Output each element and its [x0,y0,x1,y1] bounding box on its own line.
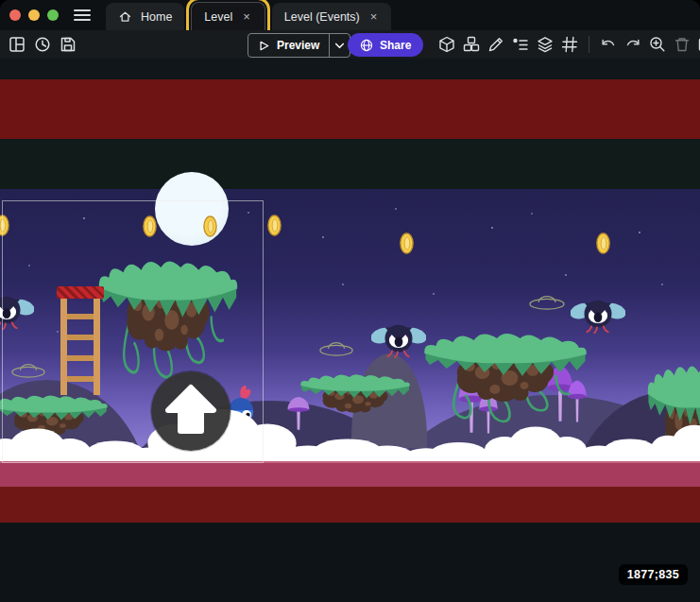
layout-panels-icon[interactable] [9,36,26,53]
play-icon [258,40,270,52]
save-icon[interactable] [60,36,77,53]
ufo-outline-decoration [528,293,566,310]
toolbar-divider [589,36,589,53]
cloud-decoration [650,421,700,465]
trash-icon[interactable] [674,36,691,53]
stars [0,59,2,60]
cloud-decoration [484,423,588,465]
scene-top-red-band [0,79,700,139]
tab-home[interactable]: Home [106,3,184,30]
tab-label: Home [141,10,172,24]
globe-icon [360,39,373,52]
ground-crimson-band [0,461,700,487]
share-label: Share [380,39,411,52]
canvas-bottom-black [0,523,700,602]
scene-editor-canvas: 1877;835 [0,59,700,602]
close-icon[interactable]: × [368,9,380,24]
menu-hamburger-icon[interactable] [74,9,91,21]
zoom-window-button[interactable] [47,9,59,21]
minimize-window-button[interactable] [28,9,40,21]
coin-object[interactable] [596,232,610,254]
home-icon [118,9,132,24]
floating-island-platform[interactable] [299,369,412,427]
ground-dark-red-band [0,487,700,523]
bat-enemy-object[interactable] [571,292,625,335]
layers-icon[interactable] [537,36,554,53]
redo-icon[interactable] [624,36,641,53]
object-cube-icon[interactable] [438,36,455,53]
history-icon[interactable] [34,36,51,53]
arrow-up-icon [151,371,230,451]
title-bar: Home Level × Level (Events) × [0,0,700,30]
grid-icon[interactable] [561,36,578,53]
tab-bar: Home Level × Level (Events) × [106,0,391,30]
tab-level-events[interactable]: Level (Events) × [272,3,392,30]
instances-list-icon[interactable] [512,36,529,53]
scene-dark-strip [0,139,700,189]
coin-object[interactable] [400,232,414,254]
zoom-in-icon[interactable] [649,36,666,53]
edit-pencil-icon[interactable] [487,36,504,53]
close-icon[interactable]: × [241,9,252,24]
toolbar: Preview Share [0,30,700,59]
app-window: Home Level × Level (Events) × [0,0,700,602]
asset-group-icon[interactable] [463,36,480,53]
cursor-coordinates-badge: 1877;835 [619,564,688,585]
floating-island-platform[interactable] [421,323,589,427]
coin-object[interactable] [267,215,282,236]
tab-label: Level (Events) [284,10,360,24]
close-window-button[interactable] [9,9,21,21]
tab-label: Level [204,10,232,24]
move-up-control-button[interactable] [151,371,230,451]
preview-label: Preview [277,39,319,52]
preview-button[interactable]: Preview [248,33,350,58]
share-button[interactable]: Share [348,33,423,57]
bat-enemy-object[interactable] [371,317,426,360]
ufo-outline-decoration [318,339,354,356]
traffic-lights [9,9,59,21]
undo-icon[interactable] [600,36,617,53]
tab-level[interactable]: Level × [191,2,265,30]
